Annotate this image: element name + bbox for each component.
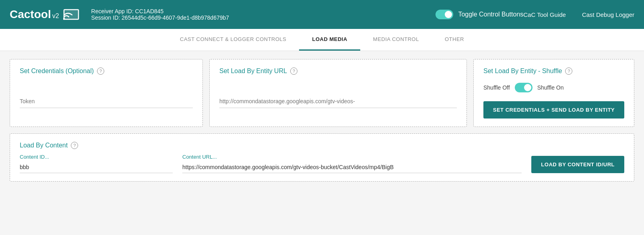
toggle-control-buttons[interactable]	[436, 10, 453, 19]
logo-container: Cactoolv2	[10, 8, 79, 21]
shuffle-row: Shuffle Off Shuffle On	[483, 83, 624, 92]
card-shuffle: Set Load By Entity - Shuffle ? Shuffle O…	[473, 59, 634, 127]
logo-text: Cactoolv2	[10, 8, 59, 21]
content-url-field: Content URL...	[182, 154, 522, 173]
app-id-label: Receiver App ID: CC1AD845	[91, 8, 428, 14]
cast-icon	[63, 8, 79, 21]
top-cards-row: Set Credentials (Optional) ? Set Load By…	[10, 59, 634, 127]
card-credentials: Set Credentials (Optional) ?	[10, 59, 203, 127]
load-content-help-icon[interactable]: ?	[71, 142, 78, 149]
tab-cast-connect[interactable]: CAST CONNECT & LOGGER CONTROLS	[167, 29, 299, 51]
cast-debug-logger-link[interactable]: Cast Debug Logger	[582, 11, 634, 18]
logo-version: v2	[52, 12, 59, 19]
shuffle-off-label: Shuffle Off	[483, 84, 510, 91]
content-id-input[interactable]	[20, 161, 173, 173]
credentials-title: Set Credentials (Optional) ?	[20, 67, 193, 75]
main-content: Set Credentials (Optional) ? Set Load By…	[0, 51, 644, 190]
tab-load-media[interactable]: LOAD MEDIA	[299, 29, 360, 51]
credentials-title-text: Set Credentials (Optional)	[20, 67, 94, 75]
credentials-help-icon[interactable]: ?	[97, 67, 104, 75]
entity-url-title: Set Load By Entity URL ?	[219, 67, 457, 75]
content-url-input[interactable]	[182, 161, 522, 173]
entity-url-input[interactable]	[219, 95, 457, 108]
card-entity-url: Set Load By Entity URL ?	[209, 59, 467, 127]
shuffle-help-icon[interactable]: ?	[565, 67, 572, 75]
content-id-field: Content ID...	[20, 154, 173, 173]
entity-url-title-text: Set Load By Entity URL	[219, 67, 287, 75]
shuffle-on-label: Shuffle On	[537, 84, 564, 91]
toggle-control-label: Toggle Control Buttons	[458, 11, 523, 18]
shuffle-toggle[interactable]	[515, 83, 533, 92]
logo-name: Cactool	[10, 8, 51, 20]
header-links: CaC Tool Guide Cast Debug Logger	[523, 11, 634, 18]
toggle-section: Toggle Control Buttons	[436, 10, 523, 19]
set-credentials-send-load-button[interactable]: SET CREDENTIALS + SEND LOAD BY ENTITY	[483, 101, 624, 119]
session-id-label: Session ID: 26544d5c-66d9-4607-9de1-d8b9…	[91, 14, 428, 21]
tab-other[interactable]: OTHER	[432, 29, 477, 51]
load-content-button[interactable]: LOAD BY CONTENT ID/URL	[531, 156, 624, 173]
cac-tool-guide-link[interactable]: CaC Tool Guide	[523, 11, 566, 18]
tab-media-control[interactable]: MEDIA CONTROL	[360, 29, 432, 51]
card-load-content: Load By Content ? Content ID... Content …	[10, 133, 634, 182]
content-id-label: Content ID...	[20, 154, 173, 160]
entity-url-help-icon[interactable]: ?	[290, 67, 297, 75]
shuffle-title: Set Load By Entity - Shuffle ?	[483, 67, 624, 75]
load-content-title-text: Load By Content	[20, 142, 68, 149]
content-url-label: Content URL...	[182, 154, 522, 160]
nav-tabs: CAST CONNECT & LOGGER CONTROLS LOAD MEDI…	[0, 29, 644, 51]
load-content-title: Load By Content ?	[20, 142, 624, 149]
shuffle-title-text: Set Load By Entity - Shuffle	[483, 67, 562, 75]
app-header: Cactoolv2 Receiver App ID: CC1AD845 Sess…	[0, 0, 644, 29]
token-input[interactable]	[20, 95, 193, 108]
header-info: Receiver App ID: CC1AD845 Session ID: 26…	[91, 8, 428, 21]
